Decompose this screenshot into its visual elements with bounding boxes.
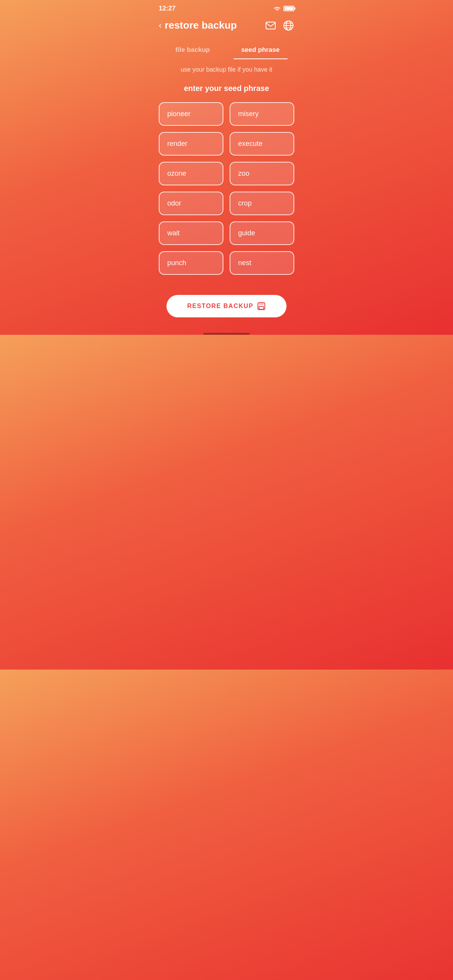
seed-word-6[interactable]: zoo	[230, 162, 294, 185]
save-icon	[257, 302, 266, 310]
header-right	[265, 20, 294, 31]
header-left: ‹ restore backup	[159, 19, 237, 31]
svg-rect-7	[259, 303, 263, 305]
tab-seed-phrase[interactable]: seed phrase	[226, 41, 294, 58]
home-indicator	[203, 333, 250, 335]
seed-word-5[interactable]: ozone	[159, 162, 223, 185]
wifi-icon	[273, 6, 281, 12]
seed-word-8[interactable]: crop	[230, 192, 294, 215]
status-icons	[273, 6, 294, 12]
seed-phrase-grid: pioneermiseryrenderexecuteozonezooodorcr…	[151, 102, 302, 275]
tabs-container: file backup seed phrase	[151, 38, 302, 58]
header: ‹ restore backup	[151, 15, 302, 38]
seed-word-7[interactable]: odor	[159, 192, 223, 215]
mail-icon	[265, 21, 276, 30]
status-time: 12:27	[159, 5, 175, 12]
svg-rect-0	[266, 22, 275, 29]
back-button[interactable]: ‹	[159, 21, 161, 31]
section-title: enter your seed phrase	[151, 84, 302, 93]
globe-icon	[283, 20, 294, 31]
status-bar: 12:27	[151, 0, 302, 15]
mail-button[interactable]	[265, 20, 276, 31]
battery-icon	[283, 6, 294, 11]
bottom-area: RESTORE BACKUP	[151, 287, 302, 329]
seed-word-4[interactable]: execute	[230, 132, 294, 156]
seed-word-11[interactable]: punch	[159, 251, 223, 275]
subtitle-text: use your backup file if you have it	[151, 66, 302, 73]
restore-button-label: RESTORE BACKUP	[187, 303, 254, 310]
tab-file-backup[interactable]: file backup	[159, 41, 226, 58]
seed-word-2[interactable]: misery	[230, 102, 294, 126]
seed-word-3[interactable]: render	[159, 132, 223, 156]
page-title: restore backup	[165, 19, 237, 31]
globe-button[interactable]	[283, 20, 294, 31]
seed-word-1[interactable]: pioneer	[159, 102, 223, 126]
battery-fill	[285, 7, 293, 10]
seed-word-12[interactable]: nest	[230, 251, 294, 275]
restore-backup-button[interactable]: RESTORE BACKUP	[166, 295, 287, 317]
svg-rect-8	[259, 307, 264, 309]
seed-word-10[interactable]: guide	[230, 221, 294, 245]
seed-word-9[interactable]: wait	[159, 221, 223, 245]
